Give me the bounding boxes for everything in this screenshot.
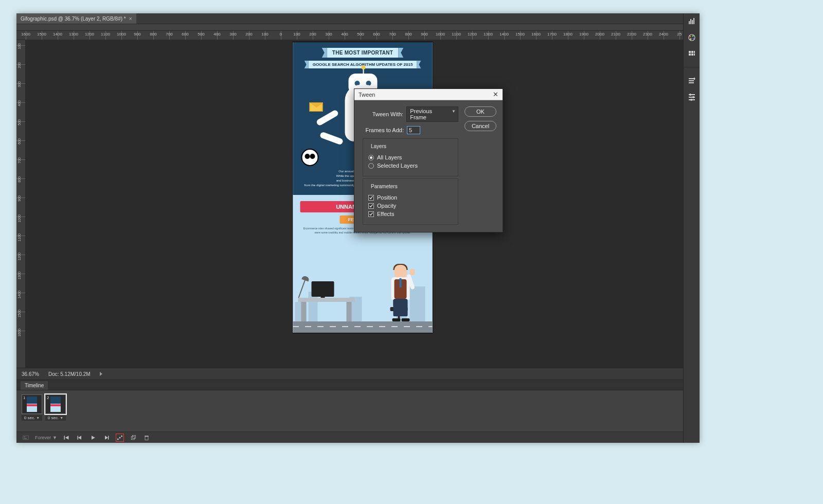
- options-bar: [16, 24, 700, 31]
- frame-strip: 1 0 sec.▼ 2 0 sec.▼: [16, 390, 700, 421]
- svg-rect-0: [23, 436, 29, 440]
- svg-marker-8: [105, 436, 108, 440]
- document-tab-title: Gifographic.psd @ 36.7% (Layer 2, RGB/8#…: [21, 16, 126, 22]
- svg-point-24: [692, 38, 694, 40]
- brush-settings-panel-icon[interactable]: [687, 76, 697, 85]
- svg-rect-16: [145, 436, 149, 437]
- svg-marker-7: [92, 436, 95, 440]
- svg-rect-17: [689, 21, 690, 24]
- histogram-panel-icon[interactable]: [687, 16, 697, 26]
- tween-with-label: Tween With:: [363, 111, 403, 117]
- svg-point-40: [690, 99, 692, 101]
- svg-point-10: [117, 438, 119, 440]
- all-layers-radio[interactable]: All Layers: [368, 154, 453, 160]
- city-illustration: [293, 256, 433, 333]
- monitor-icon: [312, 281, 334, 297]
- tween-button[interactable]: [116, 434, 124, 442]
- timeline-tabbar: Timeline: [16, 380, 700, 390]
- svg-marker-5: [78, 436, 81, 440]
- svg-rect-26: [689, 51, 691, 53]
- svg-rect-20: [693, 18, 694, 24]
- svg-point-39: [692, 96, 694, 98]
- play-icon[interactable]: [89, 434, 97, 441]
- ok-button[interactable]: OK: [464, 106, 496, 117]
- effects-checkbox[interactable]: Effects: [368, 211, 453, 217]
- svg-rect-2: [24, 438, 27, 439]
- cancel-button[interactable]: Cancel: [464, 121, 496, 131]
- dialog-titlebar[interactable]: Tween ✕: [354, 89, 503, 100]
- timeline-controls: Forever▼: [16, 431, 700, 443]
- svg-rect-19: [692, 20, 693, 24]
- document-tab-bar: Gifographic.psd @ 36.7% (Layer 2, RGB/8#…: [16, 13, 700, 24]
- next-frame-icon[interactable]: [102, 434, 111, 441]
- svg-rect-28: [694, 51, 695, 53]
- frames-to-add-input[interactable]: 5: [407, 126, 420, 134]
- svg-rect-32: [689, 78, 694, 79]
- ruler-vertical[interactable]: 1002003004005006007008009001000110012001…: [16, 40, 26, 368]
- layers-group: Layers All Layers Selected Layers: [363, 138, 458, 176]
- svg-point-22: [689, 36, 691, 38]
- svg-rect-9: [108, 436, 109, 440]
- frame-2[interactable]: 2 0 sec.▼: [45, 394, 66, 421]
- headline-ribbon-1: THE MOST IMPORTANT: [327, 48, 399, 58]
- svg-rect-1: [24, 436, 25, 437]
- status-flyout-icon[interactable]: [100, 372, 102, 376]
- svg-rect-34: [689, 82, 694, 83]
- panda-icon: [301, 149, 319, 166]
- close-icon[interactable]: ✕: [493, 91, 498, 98]
- frame-1-delay[interactable]: 0 sec.▼: [22, 415, 42, 421]
- svg-point-11: [119, 437, 120, 438]
- svg-point-21: [689, 34, 695, 41]
- duplicate-frame-icon[interactable]: [129, 434, 137, 441]
- close-tab-icon[interactable]: ×: [129, 16, 132, 22]
- svg-rect-31: [694, 53, 695, 56]
- frame-2-delay[interactable]: 0 sec.▼: [45, 415, 66, 421]
- tween-dialog: Tween ✕ Tween With: Previous Frame▼ Fram…: [354, 88, 503, 232]
- svg-rect-30: [691, 53, 693, 56]
- svg-rect-18: [690, 19, 691, 24]
- svg-rect-13: [131, 436, 134, 439]
- desk-illustration: [298, 284, 355, 321]
- prev-frame-icon[interactable]: [76, 434, 84, 441]
- swatches-panel-icon[interactable]: [687, 49, 697, 59]
- parameters-group: Parameters Position Opacity Effects: [363, 178, 458, 225]
- svg-rect-6: [77, 436, 78, 440]
- frame-1[interactable]: 1 0 sec.▼: [22, 394, 42, 421]
- person-illustration: [384, 265, 415, 321]
- svg-rect-29: [689, 53, 691, 56]
- svg-point-38: [689, 94, 691, 96]
- envelope-icon: [310, 102, 323, 112]
- document-tab[interactable]: Gifographic.psd @ 36.7% (Layer 2, RGB/8#…: [16, 13, 136, 24]
- status-bar: 36.67% Doc: 5.12M/10.2M: [16, 368, 700, 380]
- selected-layers-radio[interactable]: Selected Layers: [368, 163, 453, 169]
- svg-rect-15: [145, 436, 148, 440]
- delete-frame-icon[interactable]: [142, 434, 151, 441]
- svg-rect-33: [689, 80, 694, 81]
- layers-legend: Layers: [369, 143, 388, 149]
- convert-timeline-icon[interactable]: [22, 434, 30, 441]
- first-frame-icon[interactable]: [62, 434, 70, 441]
- dialog-title: Tween: [359, 92, 375, 98]
- doc-size[interactable]: Doc: 5.12M/10.2M: [48, 371, 91, 377]
- svg-point-23: [692, 35, 693, 37]
- position-checkbox[interactable]: Position: [368, 194, 453, 201]
- color-panel-icon[interactable]: [687, 33, 697, 42]
- tween-with-select[interactable]: Previous Frame▼: [406, 106, 458, 122]
- adjustments-panel-icon[interactable]: [687, 92, 697, 101]
- svg-rect-14: [132, 435, 135, 438]
- opacity-checkbox[interactable]: Opacity: [368, 203, 453, 209]
- loop-selector[interactable]: Forever▼: [35, 435, 57, 440]
- timeline-panel: Timeline 1 0 sec.▼ 2 0 sec.▼ Forever▼: [16, 380, 700, 443]
- ruler-horizontal[interactable]: 1600150014001300120011001000900800700600…: [16, 31, 700, 40]
- parameters-legend: Parameters: [369, 184, 399, 189]
- svg-point-25: [690, 39, 691, 40]
- zoom-level[interactable]: 36.67%: [22, 371, 39, 377]
- timeline-tab[interactable]: Timeline: [21, 381, 48, 390]
- svg-marker-4: [65, 436, 69, 440]
- svg-point-12: [121, 435, 122, 437]
- frames-to-add-label: Frames to Add:: [363, 127, 404, 133]
- svg-rect-3: [64, 436, 65, 440]
- svg-rect-27: [691, 51, 693, 53]
- right-panel-dock: [683, 13, 700, 443]
